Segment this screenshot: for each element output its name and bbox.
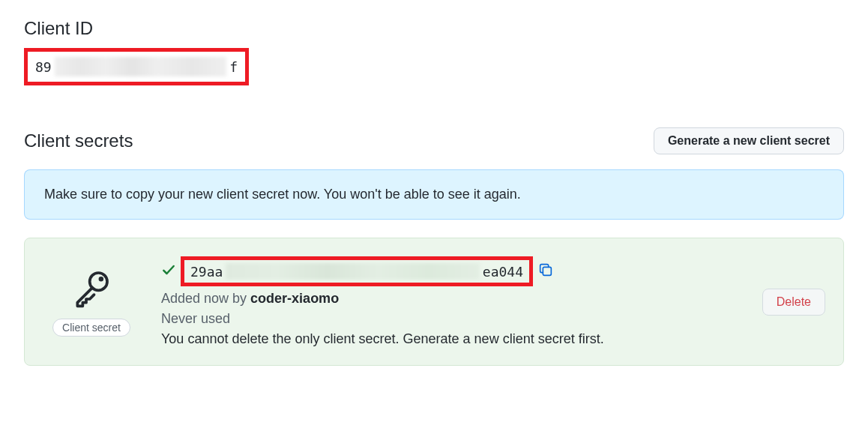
delete-secret-button[interactable]: Delete bbox=[762, 289, 825, 316]
copy-icon[interactable] bbox=[537, 262, 554, 281]
generate-secret-button[interactable]: Generate a new client secret bbox=[654, 127, 844, 154]
secret-actions: Delete bbox=[762, 289, 825, 316]
secret-value-redacted bbox=[226, 263, 479, 280]
secret-value-highlight: 29aa ea044 bbox=[181, 256, 533, 286]
secret-body: 29aa ea044 Added now by coder-xiaomo Nev… bbox=[161, 256, 741, 347]
secret-delete-hint: You cannot delete the only client secret… bbox=[161, 331, 741, 347]
client-secrets-heading: Client secrets bbox=[24, 130, 133, 151]
secret-value-row: 29aa ea044 bbox=[161, 256, 741, 286]
copy-secret-info-banner: Make sure to copy your new client secret… bbox=[24, 169, 844, 220]
secret-status: Never used bbox=[161, 311, 741, 327]
svg-point-1 bbox=[100, 277, 102, 280]
secret-value-suffix: ea044 bbox=[483, 264, 523, 280]
secret-added-prefix: Added now by bbox=[161, 291, 250, 306]
secret-left-column: Client secret bbox=[43, 268, 140, 337]
client-id-suffix: f bbox=[229, 59, 238, 75]
client-id-prefix: 89 bbox=[35, 59, 52, 75]
secret-added-line: Added now by coder-xiaomo bbox=[161, 291, 741, 307]
client-id-value: 89 f bbox=[35, 55, 238, 79]
client-id-redacted bbox=[55, 57, 226, 76]
client-id-highlight: 89 f bbox=[24, 48, 249, 85]
secret-value-prefix: 29aa bbox=[190, 264, 223, 280]
client-secret-card: Client secret 29aa ea044 Added now b bbox=[24, 238, 844, 366]
secret-added-by: coder-xiaomo bbox=[250, 291, 339, 306]
client-secrets-header: Client secrets Generate a new client sec… bbox=[24, 127, 844, 154]
check-icon bbox=[161, 262, 176, 280]
key-icon bbox=[70, 268, 112, 313]
client-id-heading: Client ID bbox=[24, 18, 844, 39]
client-secret-badge: Client secret bbox=[52, 319, 130, 337]
svg-rect-2 bbox=[543, 267, 551, 275]
